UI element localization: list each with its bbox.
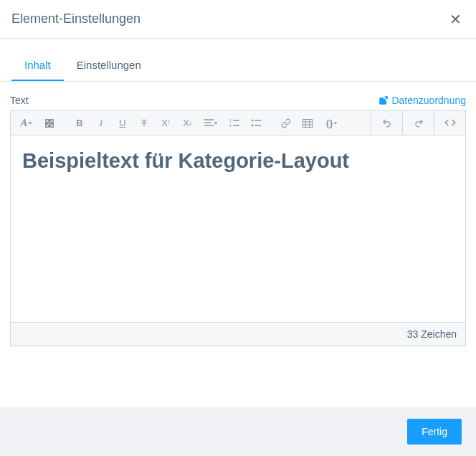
code-icon [444, 118, 456, 127]
tab-bar: Inhalt Einstellungen [0, 52, 476, 82]
tab-content[interactable]: Inhalt [11, 52, 64, 81]
svg-rect-0 [45, 119, 54, 128]
strikethrough-button[interactable]: T [134, 112, 154, 135]
italic-button[interactable]: I [91, 112, 111, 135]
svg-rect-5 [303, 119, 313, 127]
code-view-button[interactable] [434, 111, 465, 134]
dialog-title: Element-Einstellungen [11, 11, 141, 27]
toolbar-group-right [371, 111, 465, 135]
table-button[interactable] [298, 112, 318, 135]
editor-content-text: Beispieltext für Kategorie-Layout [22, 148, 454, 174]
undo-button[interactable] [371, 111, 402, 134]
toolbar-group-left: A▾ B I U T X² X₂ ▾ 12 [11, 111, 371, 135]
dialog-footer: Fertig [0, 407, 476, 456]
variable-button[interactable]: {}▾ [319, 112, 343, 135]
svg-text:1: 1 [229, 119, 232, 123]
bold-button[interactable]: B [70, 112, 90, 135]
data-mapping-link[interactable]: Datenzuordnung [379, 95, 466, 106]
align-icon [204, 119, 214, 127]
unordered-list-icon [251, 119, 261, 128]
field-label: Text [10, 95, 29, 106]
char-count: 33 Zeichen [407, 328, 457, 340]
field-header: Text Datenzuordnung [10, 95, 466, 106]
editor-toolbar: A▾ B I U T X² X₂ ▾ 12 [11, 111, 465, 136]
align-button[interactable]: ▾ [199, 112, 223, 135]
svg-text:2: 2 [229, 123, 232, 128]
font-style-button[interactable]: A▾ [14, 112, 38, 135]
close-icon[interactable]: ✕ [449, 12, 462, 27]
table-icon [303, 119, 313, 128]
done-button[interactable]: Fertig [407, 419, 462, 445]
link-button[interactable] [276, 112, 296, 135]
rich-text-editor: A▾ B I U T X² X₂ ▾ 12 [10, 110, 466, 346]
ordered-list-button[interactable]: 12 [224, 112, 244, 135]
data-mapping-label: Datenzuordnung [391, 95, 466, 106]
fullscreen-button[interactable] [39, 112, 60, 135]
svg-point-3 [252, 119, 254, 121]
link-icon [281, 118, 291, 128]
fullscreen-icon [44, 118, 54, 128]
editor-body[interactable]: Beispieltext für Kategorie-Layout [11, 136, 465, 322]
unordered-list-button[interactable] [246, 112, 266, 135]
content-area: Text Datenzuordnung A▾ B I U T X² X₂ ▾ [0, 82, 476, 346]
redo-button[interactable] [402, 111, 434, 134]
svg-point-4 [252, 124, 254, 126]
ordered-list-icon: 12 [229, 119, 239, 128]
undo-icon [382, 118, 392, 128]
tab-settings[interactable]: Einstellungen [64, 52, 154, 81]
editor-footer: 33 Zeichen [11, 322, 465, 346]
underline-button[interactable]: U [113, 112, 133, 135]
external-link-icon [379, 95, 389, 105]
subscript-button[interactable]: X₂ [177, 112, 197, 135]
redo-icon [414, 118, 424, 128]
superscript-button[interactable]: X² [156, 112, 176, 135]
dialog-header: Element-Einstellungen ✕ [0, 0, 476, 39]
